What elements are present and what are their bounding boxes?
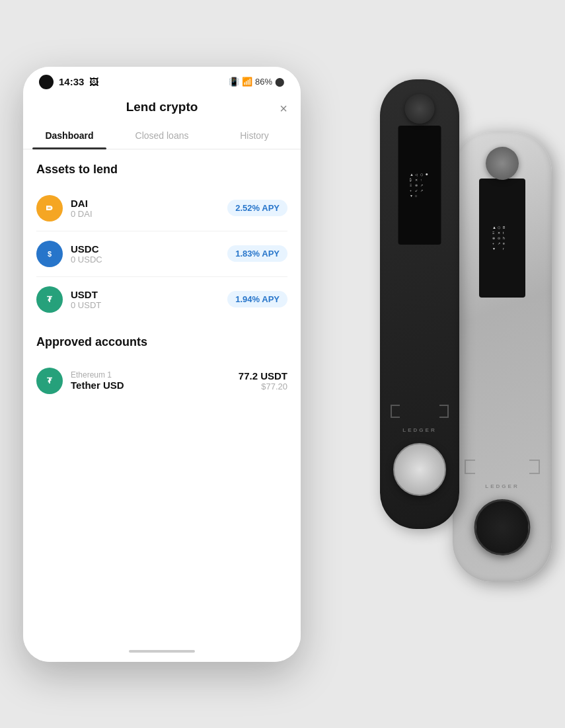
- bottom-bar: [23, 643, 301, 662]
- asset-balance-usdc: 0 USDC: [71, 255, 102, 264]
- device-group-left: ▲ ◁ ⬡ ⬢ ₿ ✕ ↑ Ξ ⊕ ↗ + ↙ ↗: [380, 79, 459, 529]
- home-indicator: [129, 650, 195, 653]
- bracket-right-back: [529, 460, 540, 474]
- status-right: 📳 📶 86% ⬤: [229, 77, 285, 87]
- bottom-button-right[interactable]: [474, 499, 531, 555]
- svg-text:₮: ₮: [47, 295, 53, 304]
- device-group-right: ▲ ⬡ B Ξ ✕ t ⊕ ⊙ h + ↗ e: [453, 132, 552, 582]
- app-header: Lend crypto ×: [23, 95, 301, 122]
- asset-balance-dai: 0 DAI: [71, 209, 93, 219]
- asset-name-dai: DAI: [71, 198, 93, 209]
- asset-name-usdc: USDC: [71, 243, 102, 255]
- accounts-section-title: Approved accounts: [36, 335, 287, 349]
- close-button[interactable]: ×: [280, 101, 287, 116]
- tab-bar: Dashboard Closed loans History: [23, 122, 301, 149]
- device-screen-left: ▲ ◁ ⬡ ⬢ ₿ ✕ ↑ Ξ ⊕ ↗ + ↙ ↗: [398, 126, 441, 245]
- top-button-left[interactable]: [405, 94, 435, 124]
- vibrate-icon: 📳: [229, 77, 239, 87]
- apy-badge-usdt: 1.94% APY: [227, 291, 287, 307]
- asset-left-dai: DAI 0 DAI: [36, 195, 93, 222]
- account-item-eth1[interactable]: ₮ Ethereum 1 Tether USD 77.2 USDT $77.20: [36, 358, 287, 403]
- status-dot: [39, 75, 54, 89]
- svg-text:$: $: [48, 250, 52, 258]
- bottom-button-left[interactable]: [393, 443, 446, 496]
- asset-item-usdc[interactable]: $ USDC 0 USDC 1.83% APY: [36, 231, 287, 277]
- assets-section-title: Assets to lend: [36, 163, 287, 177]
- account-right-eth1: 77.2 USDT $77.20: [239, 370, 287, 391]
- usdt-icon: ₮: [36, 286, 63, 313]
- dai-icon: [36, 195, 63, 222]
- devices-wrapper: ▲ ◁ ⬡ ⬢ ₿ ✕ ↑ Ξ ⊕ ↗ + ↙ ↗: [314, 0, 565, 728]
- account-left-eth1: ₮ Ethereum 1 Tether USD: [36, 368, 124, 394]
- ledger-text-back: LEDGER: [485, 483, 519, 489]
- status-time: 14:33: [59, 76, 84, 87]
- asset-item-dai[interactable]: DAI 0 DAI 2.52% APY: [36, 186, 287, 231]
- asset-name-usdt: USDT: [71, 289, 101, 300]
- asset-left-usdc: $ USDC 0 USDC: [36, 241, 102, 267]
- bracket-left-front: [391, 405, 400, 418]
- apy-badge-dai: 2.52% APY: [227, 200, 287, 216]
- status-bar: 14:33 🖼 📳 📶 86% ⬤: [23, 67, 301, 95]
- ledger-device-front: ▲ ◁ ⬡ ⬢ ₿ ✕ ↑ Ξ ⊕ ↗ + ↙ ↗: [380, 79, 459, 529]
- phone: 14:33 🖼 📳 📶 86% ⬤ Lend crypto × Dashboar…: [23, 67, 301, 662]
- asset-name-wrap-dai: DAI 0 DAI: [71, 198, 93, 219]
- asset-list: DAI 0 DAI 2.52% APY $: [36, 186, 287, 322]
- asset-item-usdt[interactable]: ₮ USDT 0 USDT 1.94% APY: [36, 277, 287, 322]
- asset-name-wrap-usdt: USDT 0 USDT: [71, 289, 101, 310]
- apy-badge-usdc: 1.83% APY: [227, 245, 287, 262]
- main-content: Assets to lend DAI: [23, 149, 301, 643]
- account-name-eth1: Tether USD: [71, 380, 124, 391]
- account-name-wrap-eth1: Ethereum 1 Tether USD: [71, 370, 124, 391]
- battery-level: 86%: [255, 77, 272, 87]
- bracket-right-front: [439, 405, 449, 418]
- top-button-right[interactable]: [486, 147, 519, 180]
- ledger-device-back: ▲ ⬡ B Ξ ✕ t ⊕ ⊙ h + ↗ e: [453, 132, 552, 582]
- status-left: 14:33 🖼: [39, 75, 98, 89]
- account-sub-eth1: Ethereum 1: [71, 370, 124, 380]
- phone-wrapper: 14:33 🖼 📳 📶 86% ⬤ Lend crypto × Dashboar…: [0, 0, 324, 728]
- account-amount-eth1: 77.2 USDT: [239, 370, 287, 382]
- signal-icon: 📶: [242, 77, 252, 87]
- account-usd-eth1: $77.20: [261, 382, 287, 391]
- accounts-section: Approved accounts ₮ Ethereum 1 Tether US…: [36, 335, 287, 403]
- device-screen-right: ▲ ⬡ B Ξ ✕ t ⊕ ⊙ h + ↗ e: [479, 179, 525, 298]
- page-title: Lend crypto: [126, 100, 198, 114]
- ledger-text-front: LEDGER: [402, 427, 436, 433]
- bracket-left-back: [465, 460, 475, 474]
- tab-history[interactable]: History: [208, 122, 301, 149]
- image-icon: 🖼: [89, 77, 98, 87]
- asset-balance-usdt: 0 USDT: [71, 300, 101, 310]
- account-icon-eth1: ₮: [36, 368, 63, 394]
- battery-icon: ⬤: [275, 77, 285, 87]
- tab-dashboard[interactable]: Dashboard: [23, 122, 116, 149]
- asset-left-usdt: ₮ USDT 0 USDT: [36, 286, 101, 313]
- usdc-icon: $: [36, 241, 63, 267]
- asset-name-wrap-usdc: USDC 0 USDC: [71, 243, 102, 264]
- tab-closed-loans[interactable]: Closed loans: [116, 122, 208, 149]
- svg-text:₮: ₮: [47, 376, 53, 385]
